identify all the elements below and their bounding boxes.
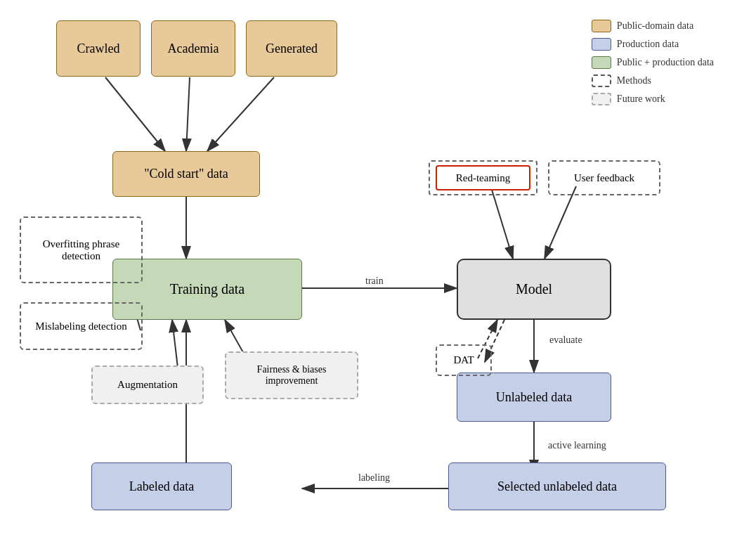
- legend-label-methods: Methods: [617, 75, 651, 86]
- dat-label: DAT: [453, 354, 474, 366]
- legend: Public-domain data Production data Publi…: [592, 20, 714, 105]
- selected-unlabeled-box: Selected unlabeled data: [448, 462, 666, 510]
- mislabeling-label: Mislabeling detection: [35, 321, 126, 332]
- dat-box: DAT: [436, 344, 492, 376]
- labeled-data-box: Labeled data: [91, 462, 232, 510]
- generated-box: Generated: [246, 20, 337, 77]
- legend-label-future: Future work: [617, 93, 665, 105]
- labeled-data-label: Labeled data: [129, 479, 194, 494]
- crawled-label: Crawled: [77, 41, 120, 56]
- mislabeling-box: Mislabeling detection: [20, 302, 143, 350]
- selected-unlabeled-label: Selected unlabeled data: [497, 479, 617, 494]
- svg-line-8: [545, 186, 576, 259]
- active-learning-label: active learning: [548, 440, 606, 451]
- svg-line-2: [105, 77, 165, 151]
- diagram-container: Crawled Academia Generated "Cold start" …: [0, 0, 756, 537]
- legend-swatch-mixed: [592, 56, 611, 69]
- legend-label-production: Production data: [617, 39, 679, 50]
- legend-swatch-public: [592, 20, 611, 32]
- overfitting-box: Overfitting phrase detection: [20, 216, 143, 283]
- academia-box: Academia: [151, 20, 235, 77]
- legend-swatch-production: [592, 38, 611, 51]
- cold-start-label: "Cold start" data: [144, 167, 228, 181]
- legend-item-methods: Methods: [592, 75, 714, 87]
- labeling-label: labeling: [358, 472, 390, 484]
- svg-line-4: [207, 77, 274, 151]
- legend-label-mixed: Public + production data: [617, 57, 714, 68]
- train-label: train: [365, 276, 384, 287]
- legend-item-future: Future work: [592, 93, 714, 105]
- user-feedback-label: User feedback: [574, 172, 634, 184]
- generated-label: Generated: [266, 41, 318, 56]
- model-box: Model: [457, 259, 611, 320]
- user-feedback-box: User feedback: [548, 160, 660, 195]
- crawled-box: Crawled: [56, 20, 141, 77]
- cold-start-box: "Cold start" data: [112, 151, 260, 197]
- red-teaming-outer: Red-teaming: [429, 160, 537, 195]
- fairness-label: Fairness & biases improvement: [230, 364, 353, 387]
- training-data-label: Training data: [170, 281, 245, 297]
- model-label: Model: [516, 281, 552, 297]
- svg-line-7: [492, 190, 513, 259]
- overfitting-label: Overfitting phrase detection: [27, 238, 136, 262]
- unlabeled-data-label: Unlabeled data: [496, 390, 572, 405]
- legend-swatch-future: [592, 93, 611, 105]
- red-teaming-label: Red-teaming: [456, 172, 510, 184]
- unlabeled-data-box: Unlabeled data: [457, 373, 611, 422]
- augmentation-label: Augmentation: [117, 379, 178, 391]
- legend-item-public: Public-domain data: [592, 20, 714, 32]
- evaluate-label: evaluate: [549, 335, 582, 346]
- legend-label-public: Public-domain data: [617, 20, 693, 32]
- fairness-box: Fairness & biases improvement: [225, 351, 358, 399]
- academia-label: Academia: [168, 41, 219, 56]
- legend-item-production: Production data: [592, 38, 714, 51]
- augmentation-box: Augmentation: [91, 365, 204, 404]
- legend-swatch-methods: [592, 75, 611, 87]
- legend-item-mixed: Public + production data: [592, 56, 714, 69]
- svg-line-3: [186, 77, 190, 151]
- red-teaming-box: Red-teaming: [436, 165, 530, 190]
